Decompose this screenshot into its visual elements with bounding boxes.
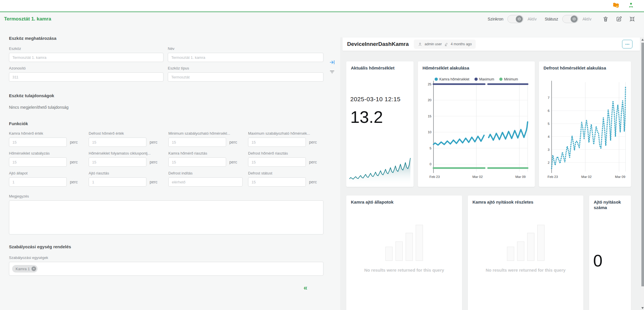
dashboard-updated: 4 months ago xyxy=(451,42,472,46)
svg-text:25: 25 xyxy=(428,82,431,86)
delete-icon[interactable] xyxy=(602,16,609,22)
svg-text:w: w xyxy=(616,5,618,7)
svg-text:6: 6 xyxy=(548,109,550,112)
svg-text:Feb 23: Feb 23 xyxy=(548,175,558,179)
statusz-label: Státusz xyxy=(545,17,558,21)
filter-icon[interactable] xyxy=(329,69,335,75)
function-field: Kamra hőmérő riasztás perc xyxy=(168,151,248,167)
eszkoz-tipus-label: Eszköz típus xyxy=(168,66,323,70)
door-count-value: 0 xyxy=(593,251,631,270)
function-unit: perc xyxy=(229,140,237,144)
szinkron-toggle[interactable] xyxy=(507,15,524,23)
function-label: Hőmérséklet folyamatos cikluspontj... xyxy=(89,151,161,155)
function-label: Kamra hőmérő érték xyxy=(9,131,82,136)
megjegyzes-textarea[interactable] xyxy=(9,200,323,234)
empty-state: No results were returned for this query xyxy=(346,224,462,273)
function-input[interactable] xyxy=(168,177,243,187)
function-unit: perc xyxy=(309,180,317,184)
dashboard-menu-button[interactable] xyxy=(622,40,632,48)
empty-text: No results were returned for this query xyxy=(468,268,583,273)
function-label: Ajtó riasztás xyxy=(89,171,161,175)
svg-text:Mar 09: Mar 09 xyxy=(515,175,526,179)
temp-trend-chart: 0510152025Feb 23Mar 02Mar 09 xyxy=(422,79,530,184)
function-input[interactable] xyxy=(89,157,146,167)
field-eszkoz-tipus: Eszköz típus xyxy=(168,66,323,82)
empty-state: No results were returned for this query xyxy=(468,224,583,273)
function-label: Ajtó állapot xyxy=(9,171,82,175)
function-input[interactable] xyxy=(248,177,306,187)
svg-text:0: 0 xyxy=(430,162,431,166)
current-temp-value: 13.2 xyxy=(350,107,414,127)
megjegyzes-label: Megjegyzés xyxy=(9,194,341,198)
dashboard-meta: admin user 4 months ago xyxy=(414,40,476,49)
function-input[interactable] xyxy=(248,138,306,147)
function-field: Defrost hőmérő érték perc xyxy=(89,131,168,147)
nev-input[interactable] xyxy=(168,53,323,62)
edit-icon[interactable] xyxy=(616,16,622,22)
person-icon xyxy=(418,42,422,46)
function-label: Minimum szabályozható hőmérsékl... xyxy=(168,131,241,136)
function-unit: perc xyxy=(150,180,157,184)
function-field: Defrost hőmérő riasztás perc xyxy=(248,151,328,167)
eszkoz-tipus-input[interactable] xyxy=(168,72,323,82)
unit-chip-label: Kamra 1 xyxy=(16,267,30,271)
widget-title: Aktuális hőmérséklet xyxy=(346,61,414,71)
app-logo-icon[interactable]: w xyxy=(612,2,620,10)
function-field: Minimum szabályozható hőmérsékl... perc xyxy=(168,131,248,147)
scroll-up-icon[interactable] xyxy=(641,39,644,41)
function-unit: perc xyxy=(229,160,237,164)
section-props-title: Eszköz tulajdonságok xyxy=(9,93,341,98)
function-input[interactable] xyxy=(9,138,67,147)
svg-text:Feb 23: Feb 23 xyxy=(429,175,440,179)
statusz-toggle[interactable] xyxy=(562,15,578,23)
function-input[interactable] xyxy=(9,177,67,187)
svg-text:20: 20 xyxy=(428,98,431,102)
scroll-down-icon[interactable] xyxy=(641,307,644,309)
dashboard-scrollbar[interactable] xyxy=(641,37,644,310)
collapse-panel-icon[interactable]: « xyxy=(304,284,315,292)
svg-text:4: 4 xyxy=(548,135,550,138)
header-controls: Szinkron Aktív Státusz Aktív xyxy=(488,15,644,23)
dashboard-owner: admin user xyxy=(425,42,442,46)
dashboard-panel: DeviceInnerDashKamra admin user 4 months… xyxy=(341,37,644,310)
widget-title: Hőmérséklet alakulása xyxy=(418,61,535,71)
scrollbar-thumb[interactable] xyxy=(641,43,644,286)
szinkron-label: Szinkron xyxy=(488,17,503,21)
dock-right-icon[interactable] xyxy=(329,59,335,65)
field-eszkoz: Eszköz xyxy=(9,46,163,62)
page-header: Termosztát 1. kamra Szinkron Aktív Státu… xyxy=(0,13,644,25)
edited-icon xyxy=(444,42,448,46)
function-input[interactable] xyxy=(9,157,67,167)
function-field: Hőmérséklet szabályzás perc xyxy=(9,151,89,167)
user-account-icon[interactable] xyxy=(628,2,634,10)
szinkron-state: Aktív xyxy=(528,17,537,21)
widget-current-temp: Aktuális hőmérséklet 2025-03-10 12:15 13… xyxy=(346,61,414,187)
svg-text:Mar 02: Mar 02 xyxy=(472,175,483,179)
function-label: Hőmérséklet szabályzás xyxy=(9,151,82,155)
azonosito-input[interactable] xyxy=(9,72,163,82)
widget-title: Ajtó nyitások száma xyxy=(589,196,631,211)
no-properties-text: Nincs megjeleníthető tulajdonság xyxy=(9,105,341,110)
chip-remove-icon[interactable]: ✕ xyxy=(31,266,36,271)
function-input[interactable] xyxy=(89,177,146,187)
function-field: Defrost indítás xyxy=(168,171,248,187)
page-title: Termosztát 1. kamra xyxy=(4,16,51,22)
eszkoz-input[interactable] xyxy=(9,53,163,62)
function-input[interactable] xyxy=(89,138,146,147)
widget-title: Kamra ajtó nyitások részletes xyxy=(468,196,583,205)
svg-text:5: 5 xyxy=(548,122,550,125)
empty-barchart-icon xyxy=(506,224,545,261)
function-input[interactable] xyxy=(168,157,226,167)
function-unit: perc xyxy=(70,140,78,144)
statusz-state: Aktív xyxy=(582,17,591,21)
panel-divider-controls xyxy=(327,59,337,75)
function-label: Defrost hőmérő érték xyxy=(89,131,161,136)
widget-defrost-trend: Defrost hőmérséklet alakulása 234567Feb … xyxy=(539,61,631,187)
function-label: Defrost státust xyxy=(248,171,321,175)
topbar: w xyxy=(0,0,644,12)
function-input[interactable] xyxy=(248,157,306,167)
function-input[interactable] xyxy=(168,138,226,147)
units-field[interactable]: Kamra 1 ✕ xyxy=(9,262,323,276)
collapse-window-icon[interactable] xyxy=(629,16,635,22)
function-field: Defrost státust perc xyxy=(248,171,328,187)
